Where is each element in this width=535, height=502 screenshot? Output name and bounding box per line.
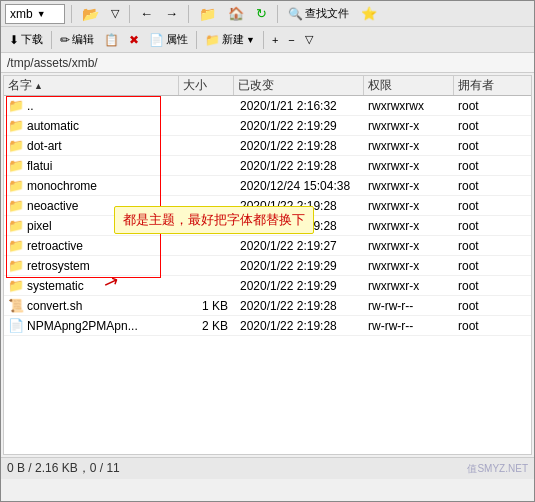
location-dropdown[interactable]: xmb ▼ (5, 4, 65, 24)
file-list-container[interactable]: 名字 ▲ 大小 已改变 权限 拥有者 📁 .. 2020/1/21 2:16:3… (3, 75, 532, 455)
forward-btn[interactable]: → (161, 4, 182, 24)
folder-icon: 📁 (8, 118, 24, 133)
cell-size: 2 KB (179, 319, 234, 333)
table-row[interactable]: 📄 NPMApng2PMApn... 2 KB 2020/1/22 2:19:2… (4, 316, 531, 336)
cell-owner: root (454, 299, 509, 313)
minus-btn[interactable]: − (284, 30, 298, 50)
cell-owner: root (454, 179, 509, 193)
cell-name: 📜 convert.sh (4, 298, 179, 313)
back-btn[interactable]: ← (136, 4, 157, 24)
bookmark-icon: ⭐ (361, 6, 377, 21)
edit-icon: ✏ (60, 33, 70, 47)
cell-perms: rwxrwxr-x (364, 259, 454, 273)
new-icon: 📁 (205, 33, 220, 47)
home-icon: 🏠 (228, 6, 244, 21)
edit-btn[interactable]: ✏ 编辑 (56, 30, 98, 50)
table-row[interactable]: 📁 retroactive 2020/1/22 2:19:27 rwxrwxr-… (4, 236, 531, 256)
file-name: dot-art (27, 139, 62, 153)
download-btn[interactable]: ⬇ 下载 (5, 30, 47, 50)
annotation-tooltip: 都是主题，最好把字体都替换下 (114, 206, 314, 234)
table-row[interactable]: 📁 systematic 2020/1/22 2:19:29 rwxrwxr-x… (4, 276, 531, 296)
parent-folder-icon: 📁 (8, 98, 24, 113)
col-header-owner[interactable]: 拥有者 (454, 76, 509, 95)
cell-modified: 2020/1/22 2:19:27 (234, 239, 364, 253)
cell-modified: 2020/1/22 2:19:29 (234, 259, 364, 273)
cell-owner: root (454, 279, 509, 293)
file-name: .. (27, 99, 34, 113)
home-btn[interactable]: 🏠 (224, 4, 248, 24)
file-name: flatui (27, 159, 52, 173)
edit-label: 编辑 (72, 32, 94, 47)
cell-perms: rw-rw-r-- (364, 299, 454, 313)
cell-owner: root (454, 259, 509, 273)
folder-icon: 📁 (8, 138, 24, 153)
separator3 (188, 5, 189, 23)
nav-folder-btn[interactable]: 📁 (195, 4, 220, 24)
sort-arrow-icon: ▲ (34, 81, 43, 91)
filter-btn[interactable]: ▽ (107, 4, 123, 24)
cell-perms: rwxrwxr-x (364, 139, 454, 153)
find-btn[interactable]: 🔍 查找文件 (284, 4, 353, 24)
table-row[interactable]: 📜 convert.sh 1 KB 2020/1/22 2:19:28 rw-r… (4, 296, 531, 316)
cell-owner: root (454, 139, 509, 153)
table-row[interactable]: 📁 dot-art 2020/1/22 2:19:28 rwxrwxr-x ro… (4, 136, 531, 156)
col-header-size[interactable]: 大小 (179, 76, 234, 95)
cell-perms: rwxrwxr-x (364, 199, 454, 213)
cell-name: 📁 systematic (4, 278, 179, 293)
properties-btn[interactable]: 📄 属性 (145, 30, 192, 50)
cell-name: 📁 retroactive (4, 238, 179, 253)
annotation-text: 都是主题，最好把字体都替换下 (123, 212, 305, 227)
folder-icon: 📁 (8, 198, 24, 213)
cell-name: 📁 flatui (4, 158, 179, 173)
file-name: retroactive (27, 239, 83, 253)
table-row[interactable]: 📁 automatic 2020/1/22 2:19:29 rwxrwxr-x … (4, 116, 531, 136)
location-label: xmb (10, 7, 33, 21)
cell-owner: root (454, 159, 509, 173)
cell-name: 📁 retrosystem (4, 258, 179, 273)
col-header-name[interactable]: 名字 ▲ (4, 76, 179, 95)
properties-icon: 📄 (149, 33, 164, 47)
table-row[interactable]: 📁 retrosystem 2020/1/22 2:19:29 rwxrwxr-… (4, 256, 531, 276)
cell-owner: root (454, 239, 509, 253)
table-row[interactable]: 📁 .. 2020/1/21 2:16:32 rwxrwxrwx root (4, 96, 531, 116)
script-icon: 📜 (8, 298, 24, 313)
cell-modified: 2020/12/24 15:04:38 (234, 179, 364, 193)
folder-icon: 📁 (8, 158, 24, 173)
table-row[interactable]: 📁 flatui 2020/1/22 2:19:28 rwxrwxr-x roo… (4, 156, 531, 176)
plus-icon: + (272, 34, 278, 46)
view-btn[interactable]: ▽ (301, 30, 317, 50)
cell-perms: rwxrwxr-x (364, 119, 454, 133)
folder-icon: 📁 (8, 218, 24, 233)
cell-owner: root (454, 99, 509, 113)
cell-owner: root (454, 119, 509, 133)
folder-icon: 📁 (8, 178, 24, 193)
plus-btn[interactable]: + (268, 30, 282, 50)
new-btn[interactable]: 📁 新建 ▼ (201, 30, 259, 50)
status-text: 0 B / 2.16 KB，0 / 11 (7, 460, 120, 477)
col-header-modified[interactable]: 已改变 (234, 76, 364, 95)
cell-name: 📄 NPMApng2PMApn... (4, 318, 179, 333)
delete-btn[interactable]: ✖ (125, 30, 143, 50)
toolbar-row1: xmb ▼ 📂 ▽ ← → 📁 🏠 ↻ 🔍 查找文件 (1, 1, 534, 27)
col-header-perms[interactable]: 权限 (364, 76, 454, 95)
cell-perms: rwxrwxrwx (364, 99, 454, 113)
properties-label: 属性 (166, 32, 188, 47)
cell-perms: rwxrwxr-x (364, 159, 454, 173)
refresh-btn[interactable]: ↻ (252, 4, 271, 24)
cell-owner: root (454, 319, 509, 333)
copy-icon: 📋 (104, 33, 119, 47)
separator2 (129, 5, 130, 23)
bookmark-btn[interactable]: ⭐ (357, 4, 381, 24)
delete-icon: ✖ (129, 33, 139, 47)
separator5 (51, 31, 52, 49)
copy-btn[interactable]: 📋 (100, 30, 123, 50)
folder-icon-btn[interactable]: 📂 (78, 4, 103, 24)
nav-folder-icon: 📁 (199, 6, 216, 22)
refresh-icon: ↻ (256, 6, 267, 21)
cell-name: 📁 monochrome (4, 178, 179, 193)
cell-perms: rwxrwxr-x (364, 219, 454, 233)
column-header-row: 名字 ▲ 大小 已改变 权限 拥有者 (4, 76, 531, 96)
table-row[interactable]: 📁 monochrome 2020/12/24 15:04:38 rwxrwxr… (4, 176, 531, 196)
cell-size: 1 KB (179, 299, 234, 313)
folder-icon: 📁 (8, 278, 24, 293)
